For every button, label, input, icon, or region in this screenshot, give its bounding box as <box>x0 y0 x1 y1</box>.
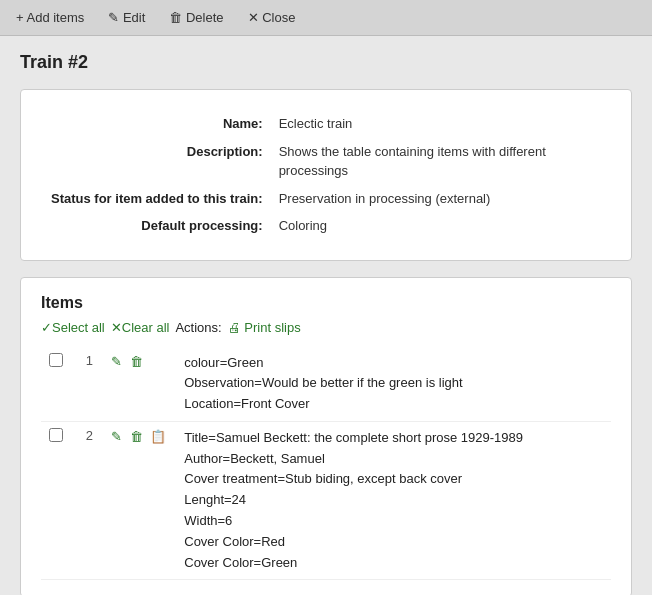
row1-checkbox-cell <box>41 347 71 422</box>
info-row-description: Description: Shows the table containing … <box>45 138 607 185</box>
row1-edit-button[interactable]: ✎ <box>109 353 124 370</box>
row1-actions: ✎ 🗑 <box>101 347 176 422</box>
items-table: 1 ✎ 🗑 colour=Green Observation=Would be … <box>41 347 611 581</box>
table-row: 2 ✎ 🗑 📋 Title=Samuel Beckett: the comple… <box>41 421 611 580</box>
status-label: Status for item added to this train: <box>45 185 273 213</box>
items-title: Items <box>41 294 611 312</box>
row1-number: 1 <box>71 347 101 422</box>
items-actions-bar: ✓Select all ✕Clear all Actions: 🖨 Print … <box>41 320 611 335</box>
row2-checkbox[interactable] <box>49 428 63 442</box>
add-items-button[interactable]: + Add items <box>12 8 88 27</box>
select-all-link[interactable]: ✓Select all <box>41 320 105 335</box>
default-processing-label: Default processing: <box>45 212 273 240</box>
print-slips-link[interactable]: 🖨 Print slips <box>228 320 301 335</box>
close-button[interactable]: ✕ Close <box>244 8 300 27</box>
info-table: Name: Eclectic train Description: Shows … <box>45 110 607 240</box>
row2-details: Title=Samuel Beckett: the complete short… <box>176 421 611 580</box>
toolbar: + Add items ✎ Edit 🗑 Delete ✕ Close <box>0 0 652 36</box>
row2-actions: ✎ 🗑 📋 <box>101 421 176 580</box>
row2-extra-button[interactable]: 📋 <box>148 428 168 445</box>
row1-details: colour=Green Observation=Would be better… <box>176 347 611 422</box>
edit-button[interactable]: ✎ Edit <box>104 8 149 27</box>
page-content: Train #2 Name: Eclectic train Descriptio… <box>0 36 652 595</box>
row2-edit-button[interactable]: ✎ <box>109 428 124 445</box>
delete-button[interactable]: 🗑 Delete <box>165 8 227 27</box>
actions-label: Actions: <box>175 320 221 335</box>
info-card: Name: Eclectic train Description: Shows … <box>20 89 632 261</box>
default-processing-value: Coloring <box>273 212 607 240</box>
row2-number: 2 <box>71 421 101 580</box>
info-row-status: Status for item added to this train: Pre… <box>45 185 607 213</box>
page-title: Train #2 <box>20 52 632 73</box>
table-row: 1 ✎ 🗑 colour=Green Observation=Would be … <box>41 347 611 422</box>
status-value: Preservation in processing (external) <box>273 185 607 213</box>
description-value: Shows the table containing items with di… <box>273 138 607 185</box>
row2-checkbox-cell <box>41 421 71 580</box>
description-label: Description: <box>45 138 273 185</box>
info-row-default-processing: Default processing: Coloring <box>45 212 607 240</box>
items-section: Items ✓Select all ✕Clear all Actions: 🖨 … <box>20 277 632 596</box>
name-label: Name: <box>45 110 273 138</box>
name-value: Eclectic train <box>273 110 607 138</box>
clear-all-link[interactable]: ✕Clear all <box>111 320 170 335</box>
row1-checkbox[interactable] <box>49 353 63 367</box>
info-row-name: Name: Eclectic train <box>45 110 607 138</box>
row2-delete-button[interactable]: 🗑 <box>128 428 145 445</box>
row1-delete-button[interactable]: 🗑 <box>128 353 145 370</box>
